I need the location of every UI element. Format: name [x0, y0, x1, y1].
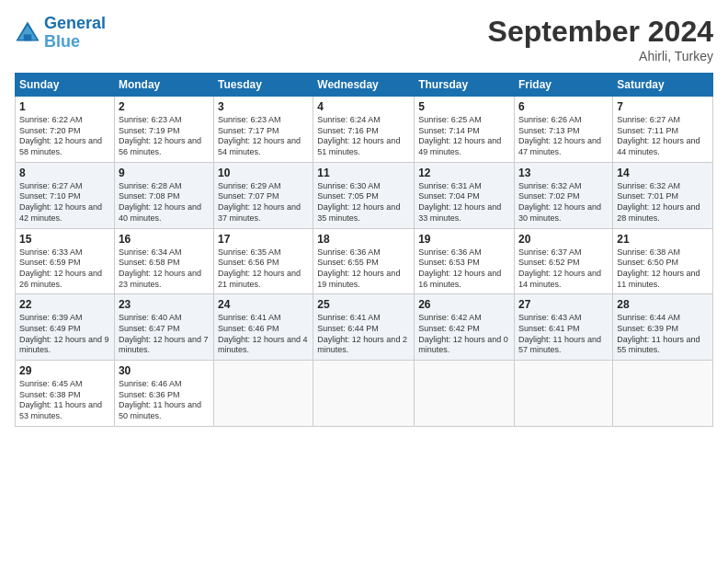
table-row: 30Sunrise: 6:46 AMSunset: 6:36 PMDayligh… [114, 361, 213, 427]
table-row: 18Sunrise: 6:36 AMSunset: 6:55 PMDayligh… [313, 228, 415, 294]
table-row: 6Sunrise: 6:26 AMSunset: 7:13 PMDaylight… [515, 97, 613, 163]
month-title: September 2024 [488, 15, 713, 49]
logo-text: General Blue [44, 15, 106, 52]
day-info: Sunrise: 6:39 AMSunset: 6:49 PMDaylight:… [19, 313, 110, 356]
table-row: 28Sunrise: 6:44 AMSunset: 6:39 PMDayligh… [613, 294, 713, 361]
day-info: Sunrise: 6:41 AMSunset: 6:44 PMDaylight:… [317, 313, 410, 356]
day-info: Sunrise: 6:34 AMSunset: 6:58 PMDaylight:… [119, 247, 210, 291]
day-info: Sunrise: 6:38 AMSunset: 6:50 PMDaylight:… [617, 247, 709, 291]
day-info: Sunrise: 6:29 AMSunset: 7:07 PMDaylight:… [218, 181, 309, 224]
calendar-header-row: Sunday Monday Tuesday Wednesday Thursday… [16, 74, 713, 97]
calendar-week-row: 15Sunrise: 6:33 AMSunset: 6:59 PMDayligh… [16, 228, 713, 294]
day-info: Sunrise: 6:26 AMSunset: 7:13 PMDaylight:… [518, 115, 609, 158]
table-row: 12Sunrise: 6:31 AMSunset: 7:04 PMDayligh… [415, 162, 515, 228]
table-row [613, 361, 713, 427]
day-number: 24 [218, 298, 309, 311]
day-number: 18 [317, 233, 410, 246]
header-saturday: Saturday [613, 74, 713, 97]
day-number: 23 [119, 298, 210, 311]
day-info: Sunrise: 6:32 AMSunset: 7:02 PMDaylight:… [518, 181, 609, 224]
day-number: 20 [518, 233, 609, 246]
day-info: Sunrise: 6:24 AMSunset: 7:16 PMDaylight:… [317, 115, 410, 158]
day-number: 4 [317, 100, 410, 113]
day-info: Sunrise: 6:36 AMSunset: 6:53 PMDaylight:… [418, 247, 510, 291]
day-info: Sunrise: 6:27 AMSunset: 7:11 PMDaylight:… [617, 115, 709, 158]
header-wednesday: Wednesday [313, 74, 415, 97]
day-info: Sunrise: 6:40 AMSunset: 6:47 PMDaylight:… [119, 313, 210, 356]
table-row: 9Sunrise: 6:28 AMSunset: 7:08 PMDaylight… [114, 162, 213, 228]
table-row: 26Sunrise: 6:42 AMSunset: 6:42 PMDayligh… [415, 294, 515, 361]
svg-rect-2 [24, 34, 31, 40]
table-row: 3Sunrise: 6:23 AMSunset: 7:17 PMDaylight… [214, 97, 313, 163]
day-number: 17 [218, 233, 309, 246]
day-info: Sunrise: 6:31 AMSunset: 7:04 PMDaylight:… [418, 181, 510, 224]
day-number: 27 [518, 298, 609, 311]
calendar-week-row: 22Sunrise: 6:39 AMSunset: 6:49 PMDayligh… [16, 294, 713, 361]
table-row: 13Sunrise: 6:32 AMSunset: 7:02 PMDayligh… [515, 162, 613, 228]
table-row: 19Sunrise: 6:36 AMSunset: 6:53 PMDayligh… [415, 228, 515, 294]
day-info: Sunrise: 6:33 AMSunset: 6:59 PMDaylight:… [19, 247, 110, 291]
table-row: 10Sunrise: 6:29 AMSunset: 7:07 PMDayligh… [214, 162, 313, 228]
table-row [415, 361, 515, 427]
calendar: Sunday Monday Tuesday Wednesday Thursday… [15, 73, 713, 427]
calendar-week-row: 29Sunrise: 6:45 AMSunset: 6:38 PMDayligh… [16, 361, 713, 427]
header-thursday: Thursday [415, 74, 515, 97]
day-info: Sunrise: 6:23 AMSunset: 7:17 PMDaylight:… [218, 115, 309, 158]
day-info: Sunrise: 6:42 AMSunset: 6:42 PMDaylight:… [418, 313, 510, 356]
table-row: 4Sunrise: 6:24 AMSunset: 7:16 PMDaylight… [313, 97, 415, 163]
calendar-week-row: 1Sunrise: 6:22 AMSunset: 7:20 PMDaylight… [16, 97, 713, 163]
day-info: Sunrise: 6:46 AMSunset: 6:36 PMDaylight:… [119, 379, 210, 422]
day-info: Sunrise: 6:37 AMSunset: 6:52 PMDaylight:… [518, 247, 609, 291]
table-row: 17Sunrise: 6:35 AMSunset: 6:56 PMDayligh… [214, 228, 313, 294]
day-info: Sunrise: 6:27 AMSunset: 7:10 PMDaylight:… [19, 181, 110, 224]
table-row: 2Sunrise: 6:23 AMSunset: 7:19 PMDaylight… [114, 97, 213, 163]
day-info: Sunrise: 6:32 AMSunset: 7:01 PMDaylight:… [617, 181, 709, 224]
day-number: 9 [119, 167, 210, 179]
day-info: Sunrise: 6:28 AMSunset: 7:08 PMDaylight:… [119, 181, 210, 224]
day-info: Sunrise: 6:41 AMSunset: 6:46 PMDaylight:… [218, 313, 309, 356]
day-info: Sunrise: 6:36 AMSunset: 6:55 PMDaylight:… [317, 247, 410, 291]
table-row: 21Sunrise: 6:38 AMSunset: 6:50 PMDayligh… [613, 228, 713, 294]
table-row [313, 361, 415, 427]
table-row: 8Sunrise: 6:27 AMSunset: 7:10 PMDaylight… [16, 162, 115, 228]
table-row: 5Sunrise: 6:25 AMSunset: 7:14 PMDaylight… [415, 97, 515, 163]
header-sunday: Sunday [16, 74, 115, 97]
table-row: 22Sunrise: 6:39 AMSunset: 6:49 PMDayligh… [16, 294, 115, 361]
day-number: 8 [19, 167, 110, 179]
header-tuesday: Tuesday [214, 74, 313, 97]
day-info: Sunrise: 6:23 AMSunset: 7:19 PMDaylight:… [119, 115, 210, 158]
day-info: Sunrise: 6:44 AMSunset: 6:39 PMDaylight:… [617, 313, 709, 356]
day-number: 13 [518, 167, 609, 179]
day-number: 11 [317, 167, 410, 179]
logo-line2: Blue [44, 32, 80, 51]
location: Ahirli, Turkey [488, 49, 713, 63]
day-info: Sunrise: 6:45 AMSunset: 6:38 PMDaylight:… [19, 379, 110, 422]
logo-line1: General [44, 14, 106, 32]
day-number: 12 [418, 167, 510, 179]
day-number: 16 [119, 233, 210, 246]
day-number: 19 [418, 233, 510, 246]
table-row [515, 361, 613, 427]
table-row: 7Sunrise: 6:27 AMSunset: 7:11 PMDaylight… [613, 97, 713, 163]
logo: General Blue [15, 15, 106, 52]
day-info: Sunrise: 6:30 AMSunset: 7:05 PMDaylight:… [317, 181, 410, 224]
day-number: 22 [19, 298, 110, 311]
day-number: 29 [19, 364, 110, 377]
day-number: 6 [518, 100, 609, 113]
table-row: 25Sunrise: 6:41 AMSunset: 6:44 PMDayligh… [313, 294, 415, 361]
table-row: 24Sunrise: 6:41 AMSunset: 6:46 PMDayligh… [214, 294, 313, 361]
day-number: 21 [617, 233, 709, 246]
table-row: 29Sunrise: 6:45 AMSunset: 6:38 PMDayligh… [16, 361, 115, 427]
header: General Blue September 2024 Ahirli, Turk… [15, 15, 713, 63]
day-number: 10 [218, 167, 309, 179]
day-number: 25 [317, 298, 410, 311]
page: General Blue September 2024 Ahirli, Turk… [0, 0, 728, 436]
day-number: 15 [19, 233, 110, 246]
day-number: 26 [418, 298, 510, 311]
day-number: 30 [119, 364, 210, 377]
day-number: 3 [218, 100, 309, 113]
table-row: 20Sunrise: 6:37 AMSunset: 6:52 PMDayligh… [515, 228, 613, 294]
table-row: 27Sunrise: 6:43 AMSunset: 6:41 PMDayligh… [515, 294, 613, 361]
day-info: Sunrise: 6:35 AMSunset: 6:56 PMDaylight:… [218, 247, 309, 291]
header-monday: Monday [114, 74, 213, 97]
